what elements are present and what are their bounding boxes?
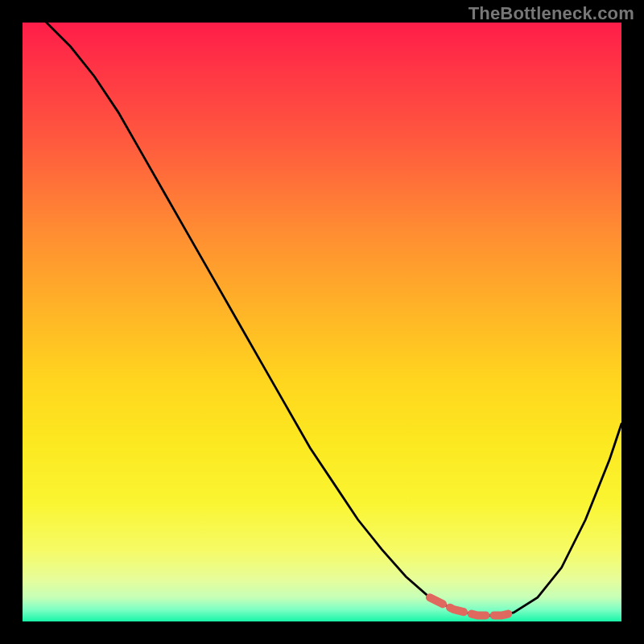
- optimal-range-highlight: [430, 597, 514, 615]
- bottleneck-curve: [47, 23, 621, 616]
- chart-area: [23, 23, 621, 621]
- chart-svg: [23, 23, 621, 621]
- watermark-text: TheBottleneck.com: [469, 3, 634, 24]
